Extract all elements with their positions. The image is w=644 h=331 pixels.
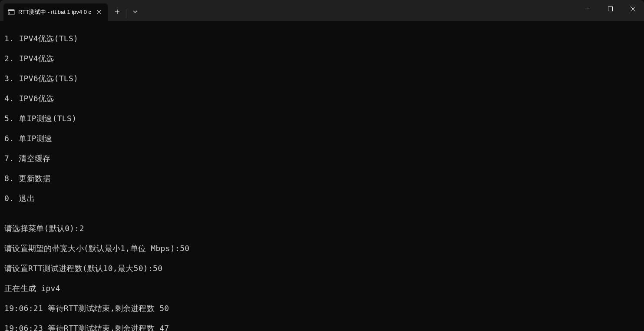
log-line: 19:06:21 等待RTT测试结束,剩余进程数 50 bbox=[4, 303, 640, 313]
svg-rect-2 bbox=[608, 7, 612, 11]
tab-title: RTT测试中 - rtt.bat 1 ipv4 0 c bbox=[18, 8, 91, 16]
titlebar-left: RTT测试中 - rtt.bat 1 ipv4 0 c bbox=[0, 0, 143, 21]
terminal-output[interactable]: 1. IPV4优选(TLS) 2. IPV4优选 3. IPV6优选(TLS) … bbox=[0, 21, 644, 331]
window-controls bbox=[576, 0, 644, 17]
prompt-bandwidth: 请设置期望的带宽大小(默认最小1,单位 Mbps):50 bbox=[4, 243, 640, 253]
prompt-select: 请选择菜单(默认0):2 bbox=[4, 223, 640, 233]
menu-item: 7. 清空缓存 bbox=[4, 153, 640, 163]
menu-item: 1. IPV4优选(TLS) bbox=[4, 33, 640, 43]
log-line: 19:06:23 等待RTT测试结束,剩余进程数 47 bbox=[4, 323, 640, 331]
menu-item: 0. 退出 bbox=[4, 193, 640, 203]
tab-actions bbox=[108, 0, 143, 21]
maximize-button[interactable] bbox=[599, 0, 621, 17]
prompt-rtt: 请设置RTT测试进程数(默认10,最大50):50 bbox=[4, 263, 640, 273]
menu-item: 5. 单IP测速(TLS) bbox=[4, 113, 640, 123]
tab-divider bbox=[126, 9, 126, 18]
titlebar: RTT测试中 - rtt.bat 1 ipv4 0 c bbox=[0, 0, 644, 21]
svg-rect-1 bbox=[8, 10, 14, 11]
menu-item: 6. 单IP测速 bbox=[4, 133, 640, 143]
menu-item: 3. IPV6优选(TLS) bbox=[4, 73, 640, 83]
terminal-tab[interactable]: RTT测试中 - rtt.bat 1 ipv4 0 c bbox=[3, 3, 108, 21]
tab-close-button[interactable] bbox=[95, 8, 103, 17]
minimize-button[interactable] bbox=[576, 0, 599, 17]
tab-dropdown-button[interactable] bbox=[127, 4, 143, 20]
new-tab-button[interactable] bbox=[109, 4, 125, 20]
terminal-icon bbox=[8, 9, 15, 16]
close-window-button[interactable] bbox=[621, 0, 644, 17]
status-generating: 正在生成 ipv4 bbox=[4, 283, 640, 293]
menu-item: 8. 更新数据 bbox=[4, 173, 640, 183]
menu-item: 4. IPV6优选 bbox=[4, 93, 640, 103]
menu-item: 2. IPV4优选 bbox=[4, 53, 640, 63]
